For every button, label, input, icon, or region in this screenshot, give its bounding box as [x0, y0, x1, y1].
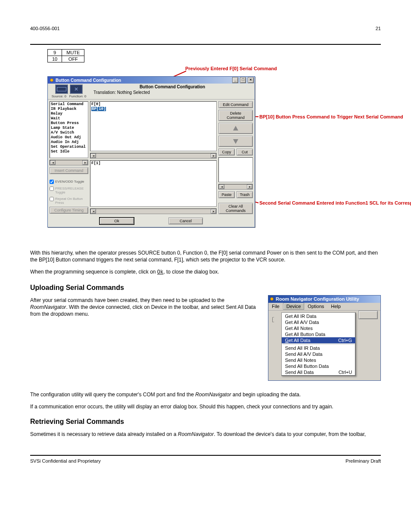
hscroll[interactable]: ◂▸ — [50, 160, 88, 165]
screenshot-bcc-wrap: Previously Entered F[0] Serial Command B… — [47, 66, 381, 243]
cmd-item[interactable]: Serial Command — [51, 102, 87, 107]
chk-label: Repeat On Button Press — [55, 197, 88, 205]
paste-button[interactable]: Paste — [218, 191, 235, 198]
minimize-button[interactable]: _ — [232, 77, 238, 83]
insert-command-button[interactable]: Insert Command — [50, 167, 88, 174]
checkbox[interactable] — [50, 197, 54, 201]
checkbox[interactable] — [50, 180, 54, 184]
close-button[interactable]: × — [248, 77, 254, 83]
menu-item[interactable]: Send All IR Data — [282, 345, 356, 351]
cancel-button[interactable]: Cancel — [168, 218, 203, 224]
cmd-item[interactable]: Button Press — [51, 121, 87, 126]
scl-function1[interactable]: F[1] — [90, 160, 217, 207]
menu-options[interactable]: Options — [304, 303, 327, 310]
rn-menubar: File Device Options Help — [268, 303, 380, 311]
hscroll[interactable]: ◂▸ — [90, 208, 217, 214]
cell: 9 — [48, 50, 62, 56]
menu-item[interactable]: Get All IR Data — [282, 313, 356, 319]
source-label: Source: 0 — [52, 94, 66, 98]
paragraph: If a communication error occurs, the uti… — [30, 403, 381, 410]
rn-title: Room Navigator Configuration Utility — [276, 296, 359, 302]
configure-timing-button[interactable]: Configure Timing — [50, 207, 88, 214]
menu-item-highlighted[interactable]: Get All DataCtrl+G — [282, 337, 356, 343]
menu-help[interactable]: Help — [327, 303, 344, 310]
device-menu-dropdown: Get All IR Data Get All A/V Data Get All… — [281, 312, 356, 376]
chk-repeat[interactable]: Repeat On Button Press — [50, 196, 88, 205]
header-docnum: 400-0556-001 — [30, 26, 60, 31]
window-title: Button Command Configuration — [56, 78, 121, 83]
gear-icon — [50, 78, 54, 82]
menu-item[interactable]: Send All Button Data — [282, 363, 356, 369]
menu-file[interactable]: File — [268, 303, 283, 310]
scl-line[interactable]: F[1] — [91, 161, 215, 166]
menu-item[interactable]: Get All A/V Data — [282, 319, 356, 325]
paragraph: Sometimes it is necessary to retrieve da… — [30, 431, 381, 438]
bcc-window: Button Command Configuration _ □ × — [47, 76, 255, 227]
cmd-item[interactable]: Wait — [51, 116, 87, 121]
header-rule — [30, 44, 381, 45]
menu-item[interactable]: Send All DataCtrl+U — [282, 369, 356, 375]
menu-item[interactable]: Send All Notes — [282, 357, 356, 363]
maximize-button[interactable]: □ — [240, 77, 246, 83]
cmd-item[interactable]: Lamp State — [51, 126, 87, 131]
paragraph: With this hierarchy, when the operator p… — [30, 249, 381, 263]
scl-line[interactable]: F[0] — [91, 102, 215, 107]
edit-command-button[interactable]: Edit Command — [218, 101, 253, 108]
trash-button[interactable]: Trash — [237, 191, 253, 198]
paragraph: The configuration utility will query the… — [30, 391, 381, 398]
bcc-icon-panel: Source: 0 Function: 0 — [48, 84, 90, 99]
cmd-item[interactable]: IR Playback — [51, 107, 87, 112]
cmd-item[interactable]: A/V Switch — [51, 131, 87, 135]
gear-icon — [270, 297, 274, 301]
code-table: 9 MUTE 10 OFF — [47, 49, 84, 62]
checkbox[interactable] — [50, 187, 54, 191]
scl-function0[interactable]: F[0] BP[10] — [90, 101, 217, 151]
translation-value: Nothing Selected — [117, 90, 150, 95]
menu-item[interactable]: Get All Notes — [282, 325, 356, 331]
move-down-button[interactable] — [218, 136, 253, 147]
cfg-title: Button Command Configuration — [93, 84, 251, 89]
command-type-list[interactable]: Serial Command IR Playback Relay Wait Bu… — [50, 101, 88, 158]
scl-line[interactable]: BP[10] — [91, 107, 215, 112]
cell: OFF — [62, 56, 84, 62]
function0-icon — [70, 84, 83, 94]
chk-evenodd[interactable]: EVEN/ODD Toggle — [50, 179, 88, 184]
bcc-titlebar[interactable]: Button Command Configuration _ □ × — [48, 77, 255, 84]
clipboard-box — [218, 157, 253, 182]
paragraph: When the programming sequence is complet… — [30, 268, 381, 276]
hscroll[interactable]: ◂▸ — [90, 153, 217, 159]
tree-stub: ┌└ — [271, 312, 279, 324]
window-controls: _ □ × — [232, 77, 254, 83]
menu-device[interactable]: Device — [283, 303, 305, 310]
cmd-item[interactable]: Set Operational — [51, 145, 87, 149]
menu-item[interactable]: Send All A/V Data — [282, 351, 356, 357]
chk-pressrelease[interactable]: PRESS/RELEASE Toggle — [50, 186, 88, 195]
copy-button[interactable]: Copy — [218, 149, 235, 156]
rn-window: Room Navigator Configuration Utility Fil… — [268, 295, 381, 381]
cell: MUTE — [62, 50, 84, 56]
cell: 10 — [48, 56, 62, 62]
panel-stub — [358, 311, 378, 319]
menu-item[interactable]: Get All Button Data — [282, 331, 356, 337]
cmd-item[interactable]: Audio Out Adj — [51, 135, 87, 140]
footer-left: SVSi Confidential and Proprietary — [30, 458, 101, 464]
clear-all-button[interactable]: Clear All Commands — [218, 203, 253, 214]
hscroll[interactable]: ◂▸ — [218, 184, 253, 190]
annotation-bp10: BP[10] Button Press Command to Trigger N… — [259, 114, 403, 119]
delete-command-button[interactable]: Delete Command — [218, 110, 253, 121]
cut-button[interactable]: Cut — [237, 149, 253, 156]
rn-titlebar[interactable]: Room Navigator Configuration Utility — [268, 296, 380, 303]
function-label: Function: 0 — [69, 94, 87, 98]
cmd-item[interactable]: Relay — [51, 112, 87, 116]
header-pagenum: 21 — [376, 26, 381, 31]
move-up-button[interactable] — [218, 123, 253, 134]
footer-right: Preliminary Draft — [346, 458, 381, 464]
translation-label: Translation: Nothing Selected — [93, 90, 251, 95]
cmd-item[interactable]: Audio In Adj — [51, 140, 87, 145]
chk-label: EVEN/ODD Toggle — [55, 180, 84, 184]
annotation-prev-f0: Previously Entered F[0] Serial Command — [185, 66, 277, 71]
chk-label: PRESS/RELEASE Toggle — [55, 187, 88, 194]
ok-button[interactable]: Ok — [100, 218, 134, 224]
section-heading: Retrieving Serial Commands — [30, 418, 381, 426]
cmd-item[interactable]: Set Idle — [51, 149, 87, 154]
